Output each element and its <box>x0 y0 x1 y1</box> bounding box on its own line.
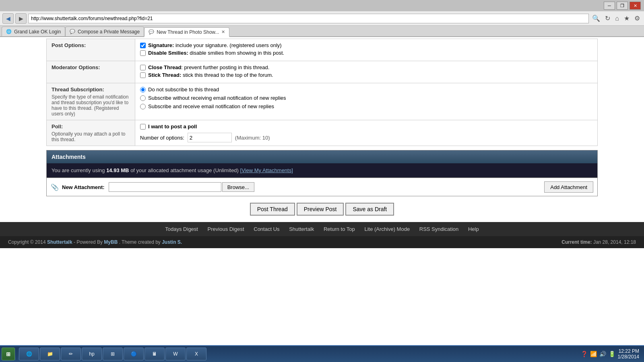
radio-subscribe-email-label: Subscribe and receive email notification… <box>148 103 274 109</box>
footer-link-previous-digest[interactable]: Previous Digest <box>208 226 244 232</box>
close-thread-row: Close Thread: prevent further posting in… <box>140 64 592 70</box>
home-icon[interactable]: ⌂ <box>613 14 621 23</box>
radio-subscribe-no-email-input[interactable] <box>140 95 146 101</box>
hp-icon: hp <box>89 351 94 357</box>
save-draft-button[interactable]: Save as Draft <box>345 203 394 216</box>
start-button[interactable]: ⊞ <box>2 348 15 360</box>
copyright-label: Copyright © 2014 <box>8 239 46 245</box>
search-icon[interactable]: 🔍 <box>590 14 602 23</box>
thread-subscription-label: Thread Subscription: Specify the type of… <box>47 83 135 120</box>
poll-checkbox-row: I want to post a poll <box>140 123 592 130</box>
preview-post-button[interactable]: Preview Post <box>297 203 344 216</box>
taskbar-chrome-app[interactable]: 🔵 <box>124 348 144 360</box>
powered-by-text: - Powered By <box>74 239 104 245</box>
footer-brand-mybb[interactable]: MyBB <box>104 239 118 245</box>
poll-number-input[interactable] <box>188 133 232 142</box>
footer-link-lite-mode[interactable]: Lite (Archive) Mode <box>364 226 410 232</box>
disable-smilies-row: Disable Smilies: disable smilies from sh… <box>140 50 592 56</box>
stick-thread-row: Stick Thread: stick this thread to the t… <box>140 72 592 78</box>
tab-grand-lake[interactable]: 🌐 Grand Lake OK Login <box>2 27 65 36</box>
signature-row: Signature: include your signature. (regi… <box>140 42 592 48</box>
browser-nav: ◀ ▶ 🔍 ↻ ⌂ ★ ⚙ <box>0 11 644 26</box>
radio-subscribe-no-email-label: Subscribe without receiving email notifi… <box>148 95 286 101</box>
post-options-row: Post Options: Signature: include your si… <box>47 39 598 61</box>
disable-smilies-label: Disable Smilies: disable smilies from sh… <box>148 50 284 56</box>
poll-label: Poll: Optionally you may attach a poll t… <box>47 120 135 146</box>
browse-button[interactable]: Browse... <box>222 182 254 192</box>
stick-thread-checkbox[interactable] <box>140 72 146 78</box>
footer-link-contact[interactable]: Contact Us <box>254 226 279 232</box>
attach-info-text2: of your allocated attachment usage (Unli… <box>130 167 239 173</box>
taskbar-right: ❓ 📶 🔊 🔋 12:22 PM 1/28/2014 <box>581 348 642 360</box>
taskbar-time-line2: 1/28/2014 <box>618 354 639 360</box>
footer-brand-justin[interactable]: Justin S. <box>162 239 182 245</box>
attachments-info: You are currently using 14.93 MB of your… <box>47 163 597 178</box>
footer-link-rss[interactable]: RSS Syndication <box>419 226 459 232</box>
excel-icon: X <box>195 351 198 357</box>
tab-compose-pm[interactable]: 💬 Compose a Private Message <box>65 27 144 36</box>
browser-titlebar: ─ ❐ ✕ <box>0 0 644 11</box>
footer-link-return-top[interactable]: Return to Top <box>324 226 355 232</box>
poll-options: Number of options: (Maximum: 10) <box>140 133 592 142</box>
tab-new-thread[interactable]: 💬 New Thread in Photo Show... ✕ <box>144 27 229 37</box>
refresh-icon[interactable]: ↻ <box>603 14 612 23</box>
close-thread-checkbox[interactable] <box>140 65 146 70</box>
footer-link-todays-digest[interactable]: Todays Digest <box>165 226 198 232</box>
current-time-value: Jan 28, 2014, 12:18 <box>593 239 636 245</box>
taskbar-calc-app[interactable]: 🖩 <box>144 348 165 360</box>
poll-desc: Optionally you may attach a poll to this… <box>52 131 130 142</box>
footer-link-help[interactable]: Help <box>468 226 479 232</box>
radio-no-subscribe-input[interactable] <box>140 87 146 93</box>
tab-label-3: New Thread in Photo Show... <box>157 29 219 35</box>
view-attachments-link[interactable]: [View My Attachments] <box>240 167 293 173</box>
moderator-options-label: Moderator Options: <box>47 61 135 83</box>
poll-checkbox[interactable] <box>140 124 146 130</box>
taskbar-pen-app[interactable]: ✏ <box>61 348 81 360</box>
tab-label-1: Grand Lake OK Login <box>14 29 61 35</box>
favorites-icon[interactable]: ★ <box>622 14 631 23</box>
taskbar-word-app[interactable]: W <box>165 348 186 360</box>
thread-subscription-desc: Specify the type of email notification a… <box>52 94 130 117</box>
footer-link-shuttertalk[interactable]: Shuttertalk <box>289 226 314 232</box>
tab-icon-1: 🌐 <box>6 29 12 34</box>
attach-info-text1: You are currently using <box>52 167 105 173</box>
battery-icon[interactable]: 🔋 <box>609 351 615 357</box>
network-icon[interactable]: 📶 <box>590 351 597 357</box>
moderator-options-content: Close Thread: prevent further posting in… <box>135 61 598 83</box>
disable-smilies-checkbox[interactable] <box>140 50 146 56</box>
minimize-btn[interactable]: ─ <box>604 2 615 10</box>
radio-subscribe-email-input[interactable] <box>140 104 146 109</box>
taskbar-hp-app[interactable]: hp <box>82 348 102 360</box>
radio-subscribe-email: Subscribe and receive email notification… <box>140 103 592 109</box>
taskbar-excel-app[interactable]: X <box>186 348 206 360</box>
post-thread-button[interactable]: Post Thread <box>250 203 295 216</box>
tab-close-icon[interactable]: ✕ <box>221 29 225 35</box>
forward-btn[interactable]: ▶ <box>15 13 27 24</box>
new-attachment-row: 📎 New Attachment: Browse... Add Attachme… <box>47 178 597 196</box>
taskbar-folder-app[interactable]: 📁 <box>40 348 60 360</box>
signature-label: Signature: include your signature. (regi… <box>148 42 282 48</box>
taskbar-qr-app[interactable]: ⊞ <box>103 348 123 360</box>
attach-usage: 14.93 MB <box>106 167 129 173</box>
pen-icon: ✏ <box>69 351 73 357</box>
thread-subscription-content: Do not subscribe to this thread Subscrib… <box>135 83 598 120</box>
poll-checkbox-label: I want to post a poll <box>148 123 197 130</box>
signature-checkbox[interactable] <box>140 43 146 48</box>
current-time: Current time: Jan 28, 2014, 12:18 <box>561 239 636 245</box>
radio-no-subscribe-label: Do not subscribe to this thread <box>148 86 219 93</box>
taskbar-ie-app[interactable]: 🌐 <box>19 348 39 360</box>
close-btn[interactable]: ✕ <box>630 2 641 10</box>
windows-icon: ⊞ <box>6 351 10 357</box>
volume-icon[interactable]: 🔊 <box>599 351 606 357</box>
restore-btn[interactable]: ❐ <box>617 2 628 10</box>
address-bar[interactable] <box>28 14 589 23</box>
chrome-icon: 🔵 <box>131 351 137 357</box>
back-btn[interactable]: ◀ <box>2 13 14 24</box>
word-icon: W <box>173 351 178 357</box>
help-tray-icon[interactable]: ❓ <box>581 351 588 357</box>
add-attachment-button[interactable]: Add Attachment <box>544 181 593 193</box>
file-input[interactable] <box>109 182 221 192</box>
tools-icon[interactable]: ⚙ <box>633 14 642 23</box>
paperclip-icon: 📎 <box>51 183 59 191</box>
footer-brand-shuttertalk[interactable]: Shuttertalk <box>47 239 72 245</box>
